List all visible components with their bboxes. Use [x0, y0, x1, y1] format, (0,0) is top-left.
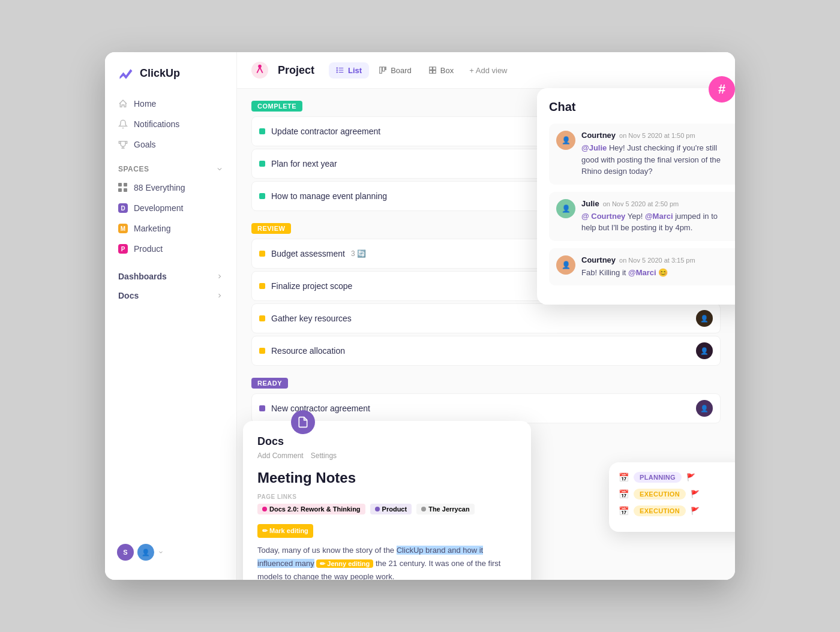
table-row[interactable]: New contractor agreement 👤: [251, 393, 721, 423]
notifications-label: Notifications: [134, 119, 179, 129]
docs-paragraph: Today, many of us know the story of the …: [257, 544, 517, 580]
document-icon: [297, 416, 309, 428]
tab-box-label: Box: [440, 66, 454, 75]
badge-complete: COMPLETE: [251, 101, 302, 112]
chat-author-2: Julie: [581, 199, 599, 208]
mark-editing-badge[interactable]: ✏ Mark editing: [257, 524, 313, 538]
spaces-label: Spaces: [118, 165, 149, 173]
chevron-right-icon: [216, 273, 223, 280]
page-link-label-2: Product: [382, 505, 407, 513]
section-header-ready: READY: [251, 378, 721, 389]
project-icon: [251, 62, 268, 79]
table-row[interactable]: Resource allocation 👤: [251, 336, 721, 366]
mention-marci-2: @Marci: [628, 268, 656, 277]
sidebar-item-product[interactable]: P Product: [112, 239, 229, 258]
section-ready: READY New contractor agreement 👤: [251, 378, 721, 423]
task-dot: [259, 161, 265, 167]
chat-header-row-2: Julie on Nov 5 2020 at 2:50 pm: [581, 199, 734, 208]
task-name: Update contractor agreement: [271, 127, 380, 136]
chat-body-2: Julie on Nov 5 2020 at 2:50 pm @ Courtne…: [581, 199, 734, 234]
task-dot: [259, 283, 265, 289]
sidebar-item-marketing[interactable]: M Marketing: [112, 219, 229, 238]
svg-rect-10: [385, 67, 386, 70]
avatar-user: 👤: [137, 544, 154, 561]
chat-time-3: on Nov 5 2020 at 3:15 pm: [619, 257, 695, 264]
sidebar-item-docs[interactable]: Docs: [112, 286, 229, 305]
badge-review: REVIEW: [251, 223, 291, 234]
task-dot: [259, 251, 265, 257]
badge-ready: READY: [251, 378, 288, 389]
caret-down-icon: [158, 549, 164, 555]
badge-row-1: 📅 PLANNING 🚩: [619, 472, 735, 483]
sidebar-item-goals[interactable]: Goals: [112, 135, 229, 154]
development-dot: D: [118, 203, 128, 213]
tab-board-label: Board: [391, 66, 412, 75]
home-label: Home: [134, 99, 156, 109]
svg-rect-11: [430, 67, 433, 70]
sidebar-logo: ClickUp: [105, 64, 236, 94]
add-view-label: + Add view: [469, 66, 507, 75]
board-icon: [379, 66, 387, 74]
dashboards-label: Dashboards: [118, 272, 167, 281]
grid-icon: [118, 183, 128, 192]
tab-list-label: List: [348, 66, 362, 75]
spaces-header: Spaces: [105, 155, 236, 178]
main-header: Project List Board: [237, 52, 735, 89]
marketing-label: Marketing: [134, 224, 170, 233]
task-left: Finalize project scope: [259, 281, 352, 291]
add-comment-btn[interactable]: Add Comment: [257, 452, 304, 460]
flag-icon-1: 🚩: [686, 473, 695, 481]
task-avatar: 👤: [696, 310, 713, 327]
flag-icon-2: 🚩: [691, 490, 700, 498]
chat-message-3: 👤 Courtney on Nov 5 2020 at 3:15 pm Fab!…: [549, 248, 735, 286]
sidebar-item-notifications[interactable]: Notifications: [112, 115, 229, 134]
page-link-jerrycan[interactable]: The Jerrycan: [416, 504, 474, 514]
product-label: Product: [134, 244, 163, 254]
jenny-editing-badge[interactable]: ✏ Jenny editing: [316, 559, 373, 568]
chat-text-3: Fab! Killing it @Marci 😊: [581, 267, 695, 279]
page-link-docs[interactable]: Docs 2.0: Rework & Thinking: [257, 504, 365, 514]
docs-panel: Docs Add Comment Settings Meeting Notes …: [243, 421, 531, 580]
svg-point-1: [258, 65, 262, 68]
flag-icon-3: 🚩: [691, 507, 700, 515]
task-count: 3 🔄: [351, 249, 366, 258]
sidebar-item-home[interactable]: Home: [112, 94, 229, 113]
task-left: Update contractor agreement: [259, 127, 380, 136]
chat-header-row-3: Courtney on Nov 5 2020 at 3:15 pm: [581, 255, 695, 264]
add-view-button[interactable]: + Add view: [463, 62, 513, 79]
chat-avatar-1: 👤: [556, 131, 575, 150]
status-badge-execution-2: EXECUTION: [634, 505, 686, 516]
chat-text-1: @Julie Hey! Just checking if you're stil…: [581, 142, 734, 177]
sidebar-item-development[interactable]: D Development: [112, 198, 229, 218]
task-name: New contractor agreement: [271, 404, 370, 413]
chat-body-1: Courtney on Nov 5 2020 at 1:50 pm @Julie…: [581, 131, 734, 177]
sidebar-item-dashboards[interactable]: Dashboards: [112, 267, 229, 286]
sidebar-nav: Home Notifications Goals: [105, 94, 236, 155]
svg-rect-13: [430, 71, 433, 74]
tab-list[interactable]: List: [329, 62, 369, 79]
svg-point-6: [337, 70, 337, 70]
sidebar-sections: Dashboards Docs: [112, 267, 229, 305]
task-name: Plan for next year: [271, 159, 337, 168]
view-tabs: List Board Box + Add view: [329, 62, 513, 79]
settings-btn[interactable]: Settings: [311, 452, 337, 460]
page-link-product[interactable]: Product: [370, 504, 412, 514]
goals-label: Goals: [134, 140, 156, 149]
sidebar-item-everything[interactable]: 88 Everything: [112, 178, 229, 197]
docs-icon-button[interactable]: [291, 410, 315, 434]
page-links: Docs 2.0: Rework & Thinking Product The …: [257, 504, 517, 514]
tab-box[interactable]: Box: [421, 62, 461, 79]
chat-body-3: Courtney on Nov 5 2020 at 3:15 pm Fab! K…: [581, 255, 695, 279]
tab-board[interactable]: Board: [371, 62, 419, 79]
bell-icon: [118, 119, 128, 129]
task-name: Budget assessment: [271, 249, 345, 258]
docs-actions: Add Comment Settings: [257, 452, 517, 460]
svg-rect-8: [380, 67, 382, 74]
task-left: Resource allocation: [259, 346, 345, 356]
status-badge-planning: PLANNING: [634, 472, 682, 483]
marketing-dot: M: [118, 224, 128, 233]
docs-title: Meeting Notes: [257, 470, 517, 486]
badge-row-2: 📅 EXECUTION 🚩: [619, 489, 735, 499]
page-link-label-1: Docs 2.0: Rework & Thinking: [269, 505, 361, 513]
table-row[interactable]: Gather key resources 👤: [251, 303, 721, 333]
